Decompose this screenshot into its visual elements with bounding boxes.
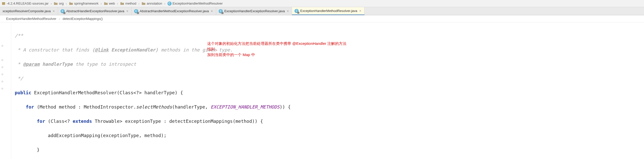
code-text: for [26, 104, 34, 110]
annotation-line: 加到当前类中的一个 Map 中 [207, 52, 350, 58]
breadcrumb-folder-annotation[interactable]: annotation [140, 2, 164, 6]
breadcrumb-folder-org[interactable]: org [52, 2, 65, 6]
class-icon: C [134, 9, 138, 13]
close-icon[interactable]: × [286, 9, 289, 13]
code-text: public [15, 90, 31, 95]
gutter-marker-icon[interactable]: ⊖ [1, 66, 4, 68]
jar-icon [2, 2, 6, 6]
lock-icon [137, 12, 139, 14]
tab-exception-resolver-composite[interactable]: xceptionResolverComposite.java × [0, 7, 58, 15]
annotation-line: 这个对象的初始化方法把当前处理器所在类中携带 @ExceptionHandler… [207, 41, 350, 52]
tab-abstract-handler-method-exception-resolver[interactable]: C AbstractHandlerMethodExceptionResolver… [132, 7, 216, 15]
code-text: handlerType [42, 61, 73, 67]
chevron-right-icon: › [117, 2, 119, 6]
gutter-marker-icon[interactable]: ⊖ [1, 59, 4, 61]
code-text: */ [15, 76, 23, 81]
gutter-marker-icon[interactable]: ⊖ [1, 80, 4, 83]
code-text: the type to introspect [73, 61, 136, 67]
class-icon: C [61, 9, 65, 13]
close-icon[interactable]: × [52, 9, 55, 13]
code-text: @param [23, 61, 40, 67]
folder-icon [104, 2, 108, 6]
breadcrumb-folder-method[interactable]: method [119, 2, 138, 6]
tab-abstract-handler-exception-resolver[interactable]: C AbstractHandlerExceptionResolver.java … [58, 7, 132, 15]
code-text: addExceptionMapping(exceptionType, metho… [48, 133, 166, 138]
breadcrumb-label: web [109, 2, 115, 5]
breadcrumb-label: -4.2.4.RELEASE-sources.jar [7, 2, 49, 5]
breadcrumb-label: method [125, 2, 136, 5]
code-text [108, 47, 111, 52]
breadcrumb-label: springframework [74, 2, 99, 5]
editor-gutter[interactable]: ⊖ ⊖ ⊖ ⊖ ⊖ ⊖ [0, 22, 11, 159]
code-text: @link [95, 47, 108, 52]
code-text: * [15, 61, 23, 67]
annotation-overlay: 这个对象的初始化方法把当前处理器所在类中携带 @ExceptionHandler… [207, 41, 350, 58]
close-icon[interactable]: × [211, 9, 214, 13]
chevron-right-icon: › [100, 2, 102, 6]
tab-label: ExceptionHandlerExceptionResolver.java [224, 9, 285, 13]
tab-exception-handler-exception-resolver[interactable]: C ExceptionHandlerExceptionResolver.java… [216, 7, 292, 15]
code-text: (Class<? [45, 118, 73, 124]
close-icon[interactable]: × [359, 9, 362, 12]
editor-tabs-bar: xceptionResolverComposite.java × C Abstr… [0, 7, 644, 15]
code-area[interactable]: /** * A constructor that finds {@link Ex… [11, 22, 644, 159]
breadcrumb-label: ExceptionHandlerMethodResolver [173, 2, 223, 5]
breadcrumb-folder-web[interactable]: web [102, 2, 117, 6]
gutter-marker-icon[interactable]: ⊖ [1, 44, 4, 47]
tab-label: xceptionResolverComposite.java [3, 9, 51, 13]
chevron-right-icon: › [58, 17, 61, 21]
breadcrumb-bar: -4.2.4.RELEASE-sources.jar › org › sprin… [0, 0, 644, 7]
folder-icon [69, 2, 73, 6]
code-text: /** [15, 33, 23, 38]
code-text: ExceptionHandler [111, 47, 155, 52]
code-text: for [37, 118, 45, 124]
lock-icon [297, 12, 299, 14]
breadcrumb-label: org [59, 2, 64, 5]
folder-icon [142, 2, 146, 6]
code-text: selectMethods [136, 104, 172, 110]
code-text [40, 61, 43, 67]
gutter-marker-icon[interactable]: ⊖ [1, 87, 4, 90]
tab-label: ExceptionHandlerMethodResolver.java [300, 9, 357, 13]
class-icon: C [219, 9, 223, 13]
chevron-right-icon: › [65, 2, 67, 6]
code-text: * A constructor that finds { [15, 47, 95, 52]
member-breadcrumb: ExceptionHandlerMethodResolver › detectE… [0, 15, 644, 22]
breadcrumb-folder-springframework[interactable]: springframework [67, 2, 100, 6]
chevron-right-icon: › [138, 2, 140, 6]
code-text: )) { [279, 104, 290, 110]
tab-label: AbstractHandlerExceptionResolver.java [66, 9, 124, 13]
svg-rect-1 [2, 2, 5, 3]
code-text: (handlerType, [172, 104, 211, 110]
svg-rect-0 [2, 3, 5, 5]
breadcrumb-jar[interactable]: -4.2.4.RELEASE-sources.jar [0, 2, 50, 6]
gutter-marker-icon[interactable]: ⊖ [1, 73, 4, 75]
code-text: (Method method : MethodIntrospector. [34, 104, 136, 110]
tab-label: AbstractHandlerMethodExceptionResolver.j… [140, 9, 209, 13]
close-icon[interactable]: × [126, 9, 129, 13]
member-class[interactable]: ExceptionHandlerMethodResolver [6, 17, 56, 21]
tab-exception-handler-method-resolver[interactable]: C ExceptionHandlerMethodResolver.java × [292, 7, 365, 15]
code-text: EXCEPTION_HANDLER_METHODS [211, 104, 279, 110]
breadcrumb-class[interactable]: C ExceptionHandlerMethodResolver [166, 2, 224, 6]
code-text: Throwable> exceptionType : detectExcepti… [92, 118, 263, 124]
class-icon: C [167, 2, 172, 6]
folder-icon [120, 2, 124, 6]
code-text: extends [73, 118, 92, 124]
class-icon: C [295, 9, 299, 13]
editor[interactable]: ⊖ ⊖ ⊖ ⊖ ⊖ ⊖ /** * A constructor that fin… [0, 22, 644, 159]
breadcrumb-label: annotation [147, 2, 162, 5]
chevron-right-icon: › [50, 2, 52, 6]
member-method[interactable]: detectExceptionMappings() [63, 17, 103, 21]
chevron-right-icon: › [164, 2, 166, 6]
lock-icon [63, 12, 65, 14]
code-text: } [37, 147, 40, 152]
folder-icon [54, 2, 58, 6]
lock-icon [221, 12, 223, 14]
code-text: ExceptionHandlerMethodResolver(Class<?> … [31, 90, 183, 95]
